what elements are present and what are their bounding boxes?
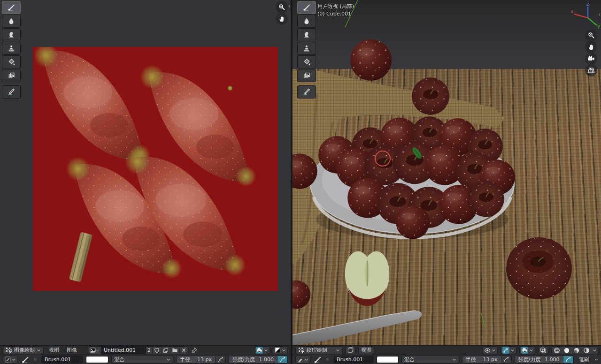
pan-tool-button[interactable] <box>276 13 288 25</box>
open-image-button[interactable] <box>170 347 179 354</box>
radius-slider[interactable]: 半径 13 px <box>176 356 216 364</box>
blend-mode-dropdown[interactable]: 混合 <box>111 356 173 364</box>
image-name-field[interactable]: Untitled.001 <box>101 347 146 354</box>
shield-icon <box>154 348 160 353</box>
duplicate-icon <box>163 348 169 353</box>
brush-preview-thumbnail[interactable] <box>32 356 39 363</box>
tool-clone[interactable] <box>297 42 316 55</box>
zoom-view-button[interactable] <box>585 29 597 41</box>
mode-selector[interactable]: 纹理绘制 <box>295 346 343 354</box>
eye-icon <box>484 347 491 354</box>
shading-material-button[interactable] <box>571 347 581 354</box>
radius-pressure-toggle[interactable] <box>501 356 512 364</box>
brush-datablock: Brush.001 <box>333 356 374 364</box>
chevron-down-icon <box>594 357 598 362</box>
radius-slider[interactable]: 半径 13 px <box>462 356 501 364</box>
editor-type-selector[interactable]: 图像绘制 <box>3 346 44 354</box>
strength-pressure-toggle[interactable] <box>563 356 574 364</box>
pin-icon[interactable] <box>191 347 198 354</box>
show-overlays-toggle[interactable] <box>519 346 535 354</box>
rendered-sphere-icon <box>583 347 590 354</box>
image-paint-toolbar <box>2 1 22 99</box>
chevron-down-icon <box>37 348 41 352</box>
grid-icon <box>587 67 595 74</box>
chevron-down-icon <box>593 348 597 352</box>
shading-wireframe-button[interactable] <box>552 347 562 354</box>
tool-soften[interactable] <box>297 15 316 28</box>
tool-soften[interactable] <box>2 15 21 28</box>
paint-mask-toggle[interactable] <box>346 346 355 354</box>
paint-overlay-settings[interactable] <box>254 346 270 354</box>
active-tool-selector[interactable] <box>3 356 18 364</box>
brush-name-field[interactable]: Brush.001 <box>334 356 373 363</box>
axis-z-label: z <box>586 1 589 7</box>
camera-icon <box>587 55 595 62</box>
shading-solid-button[interactable] <box>562 347 571 354</box>
show-gizmo-toggle[interactable] <box>501 346 516 354</box>
radius-label: 半径 <box>180 356 190 363</box>
menu-image[interactable]: 图像 <box>64 347 79 354</box>
tool-annotate[interactable] <box>2 85 21 99</box>
camera-view-button[interactable] <box>585 53 597 65</box>
blend-mode-dropdown[interactable]: 混合 <box>401 356 459 364</box>
menu-view[interactable]: 视图 <box>46 347 62 354</box>
blend-mode-value: 混合 <box>404 356 415 363</box>
unlink-image-button[interactable] <box>179 347 188 354</box>
image-paint-editor-icon <box>6 347 12 354</box>
zoom-tool-button[interactable] <box>276 1 288 13</box>
navigation-gizmo[interactable]: z x y <box>570 1 601 29</box>
image-browse-button[interactable] <box>88 347 101 354</box>
shading-dropdown[interactable] <box>591 347 598 354</box>
image-editor-header: 图像绘制 视图 图像 Untitled.001 2 <box>0 345 291 355</box>
texture-paint-sphere-icon <box>256 347 262 353</box>
tool-fill[interactable] <box>297 55 316 68</box>
viewport-3d: 用户透视 (局部) (0) Cube.001 <box>293 0 601 364</box>
brush-icon <box>302 3 311 12</box>
radius-pressure-toggle[interactable] <box>216 356 226 364</box>
menu-view[interactable]: 视图 <box>358 346 374 354</box>
chevron-down-icon <box>264 348 268 352</box>
uv-texture-image[interactable] <box>33 47 278 291</box>
new-image-button[interactable] <box>161 347 170 354</box>
tool-mask[interactable] <box>2 69 21 82</box>
active-tool-selector[interactable] <box>295 356 310 364</box>
object-visibility-selector[interactable] <box>482 346 498 354</box>
image-editor-canvas[interactable]: ‹ <box>0 0 291 345</box>
xray-toggle[interactable] <box>538 346 548 354</box>
brush-color-swatch[interactable] <box>377 356 399 363</box>
image-users-count-button[interactable]: 2 <box>146 347 152 354</box>
brush-preview-thumbnail[interactable] <box>325 356 331 363</box>
strength-pressure-toggle[interactable] <box>277 356 288 364</box>
viewport-tool-settings: Brush.001 混合 半径 13 px 强度/力度 1.000 <box>293 355 601 364</box>
tool-mask[interactable] <box>297 69 316 82</box>
annotate-pen-icon <box>7 88 15 96</box>
tool-smear[interactable] <box>297 28 316 41</box>
brush-color-swatch[interactable] <box>86 356 108 363</box>
display-channels-selector[interactable] <box>273 346 288 354</box>
sidebar-collapse-arrow[interactable]: ‹ <box>598 11 601 18</box>
viewport-canvas[interactable]: 用户透视 (局部) (0) Cube.001 <box>293 0 601 345</box>
orthographic-toggle-button[interactable] <box>585 64 597 76</box>
brush-panel-label[interactable]: 笔刷 <box>577 356 592 363</box>
brush-name-field[interactable]: Brush.001 <box>42 356 83 363</box>
pan-view-button[interactable] <box>585 41 597 53</box>
tool-draw[interactable] <box>297 1 316 14</box>
active-object-label: (0) Cube.001 <box>317 10 354 18</box>
tool-smear[interactable] <box>2 28 21 41</box>
chevron-down-icon <box>96 349 100 352</box>
strength-slider[interactable]: 强度/力度 1.000 <box>515 356 563 364</box>
fill-bucket-icon <box>303 58 311 66</box>
fill-bucket-icon <box>8 58 15 66</box>
chevron-down-icon <box>529 348 533 352</box>
fake-user-button[interactable] <box>152 347 161 354</box>
sidebar-collapse-arrow[interactable]: ‹ <box>288 3 291 9</box>
shading-rendered-button[interactable] <box>581 347 591 354</box>
editor-type-label: 图像绘制 <box>14 347 35 354</box>
texture-paint-toolbar <box>297 1 317 99</box>
blender-window: ‹ 图像绘制 视图 图像 Untitled.001 2 <box>0 0 601 364</box>
tool-fill[interactable] <box>2 55 21 68</box>
strength-slider[interactable]: 强度/力度 1.000 <box>229 356 277 364</box>
tool-annotate[interactable] <box>297 85 316 99</box>
tool-draw[interactable] <box>2 1 21 14</box>
tool-clone[interactable] <box>2 42 21 55</box>
